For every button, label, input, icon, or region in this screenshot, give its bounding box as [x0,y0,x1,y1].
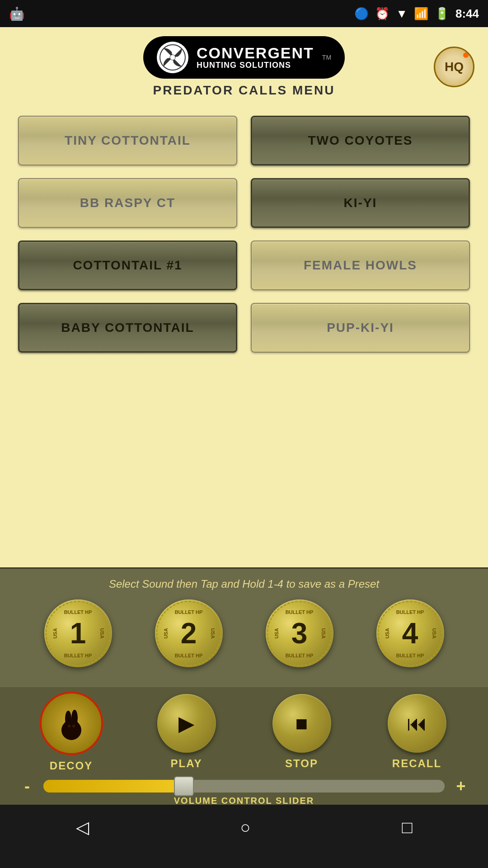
play-label: PLAY [155,757,218,770]
menu-title: PREDATOR CALLS MENU [153,83,335,98]
stop-icon: ■ [296,711,308,736]
recall-button[interactable]: ⏮ [388,694,446,753]
logo-icon [157,42,188,73]
bullet-right-4: USA [432,628,437,638]
signal-icon: 📶 [414,7,428,21]
bullet-right-3: USA [321,628,326,638]
svg-point-7 [72,725,75,727]
bullet-top-1: BULLET HP [64,609,92,615]
bullet-left-3: USA [273,628,279,638]
bullet-top-2: BULLET HP [175,609,203,615]
volume-label: VOLUME CONTROL SLIDER [174,796,314,806]
sounds-grid: TINY COTTONTAIL TWO COYOTES BB RASPY CT … [0,102,488,567]
bullet-top-4: BULLET HP [396,609,424,615]
volume-section: - VOLUME CONTROL SLIDER + [14,777,474,796]
controls-section: Select Sound then Tap and Hold 1-4 to sa… [0,567,488,687]
bullet-bottom-3: BULLET HP [286,653,314,658]
play-icon: ▶ [178,711,194,736]
cottontail-1-button[interactable]: COTTONTAIL #1 [18,241,237,290]
hq-badge[interactable]: HQ [434,47,474,87]
volume-slider-fill [43,780,184,793]
bullet-left-2: USA [163,628,168,638]
recall-icon: ⏮ [407,711,427,736]
logo-hunting: HUNTING SOLUTIONS [197,61,314,70]
preset-number-1: 1 [70,617,86,650]
play-button[interactable]: ▶ [157,694,216,753]
alarm-icon: ⏰ [375,7,389,21]
preset-4-button[interactable]: BULLET HP USA 4 USA BULLET HP [376,599,444,667]
android-icon: 🤖 [9,6,25,21]
svg-point-1 [170,55,175,60]
stop-label: STOP [270,757,333,770]
preset-number-3: 3 [291,617,308,650]
pup-ki-yi-button[interactable]: PUP-KI-YI [251,303,470,353]
bullet-top-3: BULLET HP [286,609,314,615]
status-bar: 🤖 🔵 ⏰ ▼ 📶 🔋 8:44 [0,0,488,27]
hq-label: HQ [445,60,464,74]
volume-plus-button[interactable]: + [452,777,470,796]
logo-badge: CONVERGENT HUNTING SOLUTIONS TM [143,36,345,79]
preset-hint: Select Sound then Tap and Hold 1-4 to sa… [14,578,474,590]
recents-icon: □ [402,818,413,837]
volume-minus-button[interactable]: - [18,777,36,796]
bullet-left-1: USA [52,628,57,638]
status-left: 🤖 [9,6,25,21]
battery-icon: 🔋 [435,7,449,21]
nav-bar: ◁ ○ □ [0,805,488,850]
bullet-bottom-1: BULLET HP [64,653,92,658]
volume-slider-thumb[interactable] [174,776,194,796]
logo-convergent: CONVERGENT [197,45,314,61]
status-right: 🔵 ⏰ ▼ 📶 🔋 8:44 [354,7,479,21]
svg-point-5 [71,710,78,726]
decoy-button[interactable] [40,692,103,755]
playback-controls: DECOY ▶ PLAY ■ STOP ⏮ RECALL [14,692,474,772]
two-coyotes-button[interactable]: TWO COYOTES [251,116,470,165]
recall-label: RECALL [385,757,449,770]
stop-button[interactable]: ■ [272,694,331,753]
bullet-right-1: USA [99,628,105,638]
baby-cottontail-button[interactable]: BABY COTTONTAIL [18,303,237,353]
app-container: CONVERGENT HUNTING SOLUTIONS TM PREDATOR… [0,27,488,805]
bullet-bottom-2: BULLET HP [175,653,203,658]
home-icon: ○ [240,818,251,837]
preset-number-2: 2 [181,617,197,650]
tiny-cottontail-button[interactable]: TINY COTTONTAIL [18,116,237,165]
recents-button[interactable]: □ [389,813,426,842]
back-icon: ◁ [76,818,89,837]
ki-yi-button[interactable]: KI-YI [251,178,470,228]
bullet-bottom-4: BULLET HP [396,653,424,658]
svg-point-6 [68,725,70,727]
bb-raspy-ct-button[interactable]: BB RASPY CT [18,178,237,228]
bluetooth-icon: 🔵 [354,7,369,21]
wifi-icon: ▼ [396,7,408,21]
clock: 8:44 [455,7,479,21]
logo-tm: TM [322,54,331,61]
preset-1-button[interactable]: BULLET HP USA 1 USA BULLET HP [44,599,112,667]
volume-slider-track[interactable]: VOLUME CONTROL SLIDER [43,780,445,793]
preset-3-button[interactable]: BULLET HP USA 3 USA BULLET HP [266,599,333,667]
svg-point-4 [65,711,71,727]
playback-section: DECOY ▶ PLAY ■ STOP ⏮ RECALL [0,687,488,805]
female-howls-button[interactable]: FEMALE HOWLS [251,241,470,290]
back-button[interactable]: ◁ [62,813,103,842]
logo-text: CONVERGENT HUNTING SOLUTIONS [197,45,314,70]
logo-area: CONVERGENT HUNTING SOLUTIONS TM PREDATOR… [54,36,434,98]
bullet-left-4: USA [384,628,389,638]
bullet-right-2: USA [210,628,216,638]
preset-buttons: BULLET HP USA 1 USA BULLET HP BULLET HP … [14,599,474,667]
hq-dot [463,52,469,58]
header: CONVERGENT HUNTING SOLUTIONS TM PREDATOR… [0,27,488,102]
preset-number-4: 4 [402,617,418,650]
preset-2-button[interactable]: BULLET HP USA 2 USA BULLET HP [155,599,223,667]
decoy-label: DECOY [40,760,103,772]
home-button[interactable]: ○ [227,813,264,842]
